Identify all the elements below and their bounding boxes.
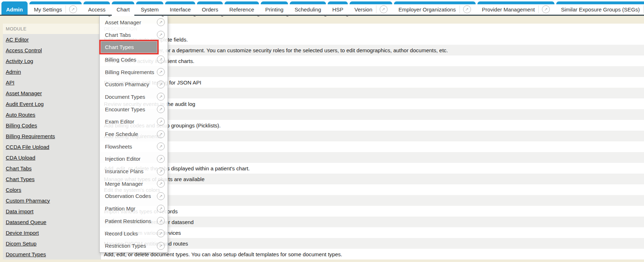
module-link-datasend-queue[interactable]: Datasend Queue xyxy=(6,219,46,225)
tab-reference[interactable]: Reference xyxy=(225,1,259,15)
module-column-header: MODULE xyxy=(3,24,101,34)
module-link-billing-requirements[interactable]: Billing Requirements xyxy=(6,133,55,139)
tab-access[interactable]: Access xyxy=(83,1,110,15)
module-description: Import various types of records xyxy=(101,206,644,217)
tab-employer-organizations[interactable]: Employer Organizations↗ xyxy=(394,1,476,15)
module-description xyxy=(101,152,644,163)
menu-item-flowsheets[interactable]: Flowsheets↗ xyxy=(100,140,168,153)
module-link-admin[interactable]: Admin xyxy=(6,69,21,75)
arrow-up-right-circle-icon[interactable]: ↗ xyxy=(157,118,165,126)
menu-item-custom-pharmacy[interactable]: Custom Pharmacy↗ xyxy=(100,78,168,91)
menu-item-encounter-types[interactable]: Encounter Types↗ xyxy=(100,103,168,116)
tab-scheduling[interactable]: Scheduling xyxy=(290,1,326,15)
menu-item-chart-types[interactable]: Chart Types↗ xyxy=(100,41,168,53)
arrow-up-right-circle-icon[interactable]: ↗ xyxy=(157,93,165,101)
arrow-up-right-circle-icon[interactable]: ↗ xyxy=(157,192,165,200)
module-description: Add, edit, or delete the tabs displayed … xyxy=(101,163,644,174)
arrow-up-right-circle-icon[interactable]: ↗ xyxy=(157,55,165,63)
module-description xyxy=(101,88,644,98)
arrow-up-right-circle-icon[interactable]: ↗ xyxy=(157,105,165,113)
dropdown-notch-icon xyxy=(162,14,164,16)
arrow-up-right-circle-icon[interactable]: ↗ xyxy=(463,5,471,13)
module-cell: Audit Event Log xyxy=(3,98,101,109)
menu-item-asset-manager[interactable]: Asset Manager↗ xyxy=(100,16,168,29)
menu-item-label: Document Types xyxy=(105,94,145,100)
module-description: Select security for a user, or a departm… xyxy=(101,45,644,55)
arrow-up-right-circle-icon[interactable]: ↗ xyxy=(157,142,165,150)
menu-item-label: Custom Pharmacy xyxy=(105,81,149,87)
module-cell: CDA Upload xyxy=(3,152,101,163)
menu-item-exam-editor[interactable]: Exam Editor↗ xyxy=(100,116,168,128)
module-link-auto-routes[interactable]: Auto Routes xyxy=(6,112,35,118)
module-description: Manage what types of charts are availabl… xyxy=(101,174,644,184)
menu-item-partition-mgr[interactable]: Partition Mgr↗ xyxy=(100,202,168,215)
arrow-up-right-circle-icon[interactable]: ↗ xyxy=(157,68,165,76)
arrow-up-right-circle-icon[interactable]: ↗ xyxy=(157,180,165,188)
module-link-audit-event-log[interactable]: Audit Event Log xyxy=(6,101,44,107)
tab-chart[interactable]: Chart xyxy=(112,1,134,15)
menu-item-fee-schedule[interactable]: Fee Schedule↗ xyxy=(100,128,168,140)
module-description: Manage DICOM entities and routes xyxy=(101,238,644,249)
menu-item-restriction-types[interactable]: Restriction Types↗ xyxy=(100,239,168,252)
tab-printing[interactable]: Printing xyxy=(261,1,288,15)
arrow-up-right-circle-icon[interactable]: ↗ xyxy=(157,155,165,163)
module-link-cda-upload[interactable]: CDA Upload xyxy=(6,155,35,161)
module-link-colors[interactable]: Colors xyxy=(6,187,21,193)
module-link-ac-editor[interactable]: AC Editor xyxy=(6,37,29,43)
module-link-chart-types[interactable]: Chart Types xyxy=(6,176,35,182)
menu-item-record-locks[interactable]: Record Locks↗ xyxy=(100,227,168,240)
module-link-activity-log[interactable]: Activity Log xyxy=(6,58,33,64)
module-description: Add, edit, or delete document types. You… xyxy=(101,249,644,259)
module-link-dicom-setup[interactable]: Dicom Setup xyxy=(6,241,37,247)
menu-item-chart-tabs[interactable]: Chart Tabs↗ xyxy=(100,29,168,41)
menu-item-insurance-plans[interactable]: Insurance Plans↗ xyxy=(100,165,168,178)
arrow-up-right-circle-icon[interactable]: ↗ xyxy=(157,31,165,39)
menu-item-label: Record Locks xyxy=(105,231,138,237)
module-link-access-control[interactable]: Access Control xyxy=(6,47,42,53)
tab-provider-management[interactable]: Provider Management↗ xyxy=(477,1,555,15)
tab-system[interactable]: System xyxy=(136,1,163,15)
module-link-billing-codes[interactable]: Billing Codes xyxy=(6,122,37,128)
tab-hsp[interactable]: HSP xyxy=(328,1,348,15)
menu-item-billing-codes[interactable]: Billing Codes↗ xyxy=(100,53,168,66)
module-cell: Datasend Queue xyxy=(3,217,101,227)
module-link-chart-tabs[interactable]: Chart Tabs xyxy=(6,165,32,171)
tab-my-settings[interactable]: My Settings↗ xyxy=(29,1,82,15)
tab-label: Admin xyxy=(6,6,23,13)
menu-item-document-types[interactable]: Document Types↗ xyxy=(100,91,168,103)
arrow-up-right-circle-icon[interactable]: ↗ xyxy=(157,242,165,250)
module-description: Documentation and testing for JSON API xyxy=(101,77,644,88)
tab-label: Version xyxy=(354,6,372,13)
tab-admin[interactable]: Admin xyxy=(1,1,28,15)
tab-orders[interactable]: Orders xyxy=(197,1,223,15)
module-description xyxy=(101,141,644,152)
tab-version[interactable]: Version↗ xyxy=(350,1,392,15)
module-link-api[interactable]: API xyxy=(6,79,14,86)
module-link-device-import[interactable]: Device Import xyxy=(6,230,39,236)
module-link-data-import[interactable]: Data import xyxy=(6,208,34,214)
arrow-up-right-circle-icon[interactable]: ↗ xyxy=(542,5,550,13)
dropdown-notch-icon xyxy=(346,14,348,16)
arrow-up-right-circle-icon[interactable]: ↗ xyxy=(69,5,77,13)
menu-item-billing-requirements[interactable]: Billing Requirements↗ xyxy=(100,66,168,78)
dropdown-notch-icon xyxy=(286,14,288,16)
menu-item-observation-codes[interactable]: Observation Codes↗ xyxy=(100,190,168,203)
menu-item-merge-manager[interactable]: Merge Manager↗ xyxy=(100,178,168,190)
arrow-up-right-circle-icon[interactable]: ↗ xyxy=(157,81,165,88)
arrow-up-right-circle-icon[interactable]: ↗ xyxy=(157,168,165,175)
menu-item-patient-restrictions[interactable]: Patient Restrictions↗ xyxy=(100,215,168,227)
module-link-ccda-file-upload[interactable]: CCDA File Upload xyxy=(6,144,49,150)
module-link-custom-pharmacy[interactable]: Custom Pharmacy xyxy=(6,198,50,204)
arrow-up-right-circle-icon[interactable]: ↗ xyxy=(157,18,165,26)
arrow-up-right-circle-icon[interactable]: ↗ xyxy=(157,130,165,138)
arrow-up-right-circle-icon[interactable]: ↗ xyxy=(380,5,388,13)
arrow-up-right-circle-icon[interactable]: ↗ xyxy=(157,217,165,225)
module-link-document-types[interactable]: Document Types xyxy=(6,251,46,257)
menu-item-injection-editor[interactable]: Injection Editor↗ xyxy=(100,153,168,165)
module-link-asset-manager[interactable]: Asset Manager xyxy=(6,90,42,96)
arrow-up-right-circle-icon[interactable]: ↗ xyxy=(157,229,165,237)
dropdown-notch-icon xyxy=(193,14,196,16)
tab-interface[interactable]: Interface xyxy=(165,1,195,15)
arrow-up-right-circle-icon[interactable]: ↗ xyxy=(157,205,165,213)
tab-similar-exposure-groups-segs[interactable]: Similar Exposure Groups (SEGs)↗ xyxy=(556,1,644,15)
